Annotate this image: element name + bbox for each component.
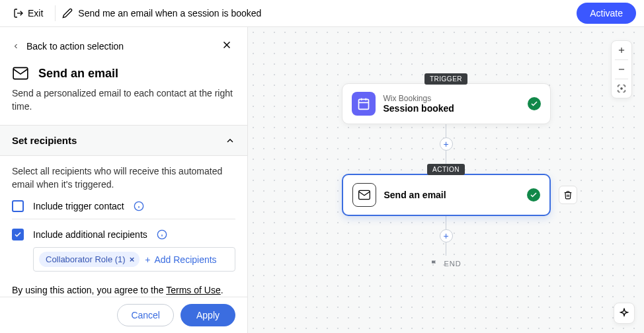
connector [446, 151, 446, 164]
back-to-action-selection[interactable]: Back to action selection [12, 41, 124, 52]
back-label: Back to action selection [26, 41, 124, 52]
trigger-title: Session booked [383, 103, 520, 114]
chevron-up-icon [225, 135, 235, 146]
help-button[interactable] [614, 303, 635, 324]
exit-label: Exit [28, 8, 43, 18]
terms-of-use-link[interactable]: Terms of Use [166, 285, 220, 295]
include-trigger-contact-row[interactable]: Include trigger contact [12, 200, 235, 212]
divider [55, 5, 56, 21]
topbar: Exit Send me an email when a session is … [0, 0, 644, 27]
add-step-button[interactable]: + [440, 137, 453, 151]
mail-icon [12, 65, 29, 82]
exit-icon [13, 8, 24, 18]
config-sidebar: Back to action selection Send an email S… [0, 27, 248, 333]
include-additional-recipients-label: Include additional recipients [33, 229, 147, 240]
include-trigger-contact-label: Include trigger contact [33, 201, 124, 211]
trigger-subtitle: Wix Bookings [383, 94, 520, 103]
calendar-icon [357, 97, 370, 110]
bookings-icon [352, 92, 376, 116]
action-title: Send an email [384, 190, 519, 200]
cancel-button[interactable]: Cancel [117, 304, 174, 326]
info-icon[interactable] [134, 201, 144, 211]
add-recipients-button[interactable]: + Add Recipients [145, 254, 216, 265]
include-additional-recipients-checkbox[interactable] [12, 229, 24, 240]
automation-title-text: Send me an email when a session is booke… [78, 8, 261, 18]
close-icon [221, 39, 233, 51]
recipient-chip: Collaborator Role (1) × [39, 252, 140, 267]
plus-icon: + [145, 254, 150, 265]
info-icon[interactable] [157, 229, 167, 240]
trigger-tag: TRIGGER [424, 73, 467, 85]
panel-description: Send a personalized email to each contac… [12, 87, 235, 113]
apply-button[interactable]: Apply [181, 304, 235, 326]
chip-label: Collaborator Role (1) [46, 254, 126, 264]
fit-icon [617, 84, 626, 93]
pencil-icon [62, 8, 73, 18]
terms-row: By using this action, you agree to the T… [12, 285, 235, 295]
recipients-chips-field[interactable]: Collaborator Role (1) × + Add Recipients [33, 247, 235, 272]
end-marker: END [430, 260, 461, 268]
minus-icon [617, 65, 626, 74]
terms-prefix: By using this action, you agree to the [12, 285, 166, 295]
end-label: END [444, 260, 461, 268]
add-recipients-label: Add Recipients [154, 254, 216, 265]
action-node[interactable]: Send an email [342, 174, 551, 216]
include-additional-recipients-row[interactable]: Include additional recipients [12, 229, 235, 240]
automation-title[interactable]: Send me an email when a session is booke… [62, 8, 577, 18]
connector [446, 242, 446, 256]
plus-icon [617, 46, 626, 55]
delete-node-button[interactable] [559, 186, 577, 204]
sparkle-icon [619, 308, 629, 318]
section-description: Select all recipients who will receive t… [12, 165, 235, 191]
email-node-icon [352, 183, 376, 207]
zoom-in-button[interactable] [611, 41, 632, 59]
terms-period: . [221, 285, 223, 295]
svg-point-13 [621, 88, 622, 89]
fit-view-button[interactable] [611, 79, 632, 98]
svg-rect-18 [358, 190, 370, 199]
panel-heading: Send an email [38, 67, 118, 81]
svg-rect-3 [13, 67, 28, 79]
svg-rect-14 [358, 99, 368, 109]
close-panel-button[interactable] [218, 36, 235, 56]
status-complete-icon [527, 188, 540, 202]
trigger-node[interactable]: Wix Bookings Session booked [342, 83, 551, 124]
set-recipients-section-header[interactable]: Set recipients [0, 125, 247, 156]
check-icon [530, 191, 538, 199]
check-icon [530, 100, 538, 108]
connector [446, 216, 446, 229]
include-trigger-contact-checkbox[interactable] [12, 200, 24, 212]
section-title: Set recipients [12, 135, 77, 146]
activate-button[interactable]: Activate [577, 3, 636, 24]
flag-icon [430, 260, 438, 268]
panel-footer: Cancel Apply [0, 297, 247, 333]
divider [12, 219, 235, 219]
trash-icon [563, 190, 573, 200]
add-step-button[interactable]: + [440, 229, 453, 242]
chevron-left-icon [12, 42, 20, 50]
action-tag: ACTION [427, 164, 465, 175]
zoom-controls [611, 40, 632, 98]
status-complete-icon [528, 97, 541, 110]
connector [446, 124, 446, 137]
mail-icon [358, 188, 371, 202]
chip-remove-icon[interactable]: × [130, 254, 135, 264]
zoom-out-button[interactable] [611, 60, 632, 79]
automation-canvas[interactable]: TRIGGER Wix Bookings Session booked + AC… [248, 27, 644, 333]
check-icon [14, 231, 22, 239]
exit-button[interactable]: Exit [8, 5, 48, 21]
